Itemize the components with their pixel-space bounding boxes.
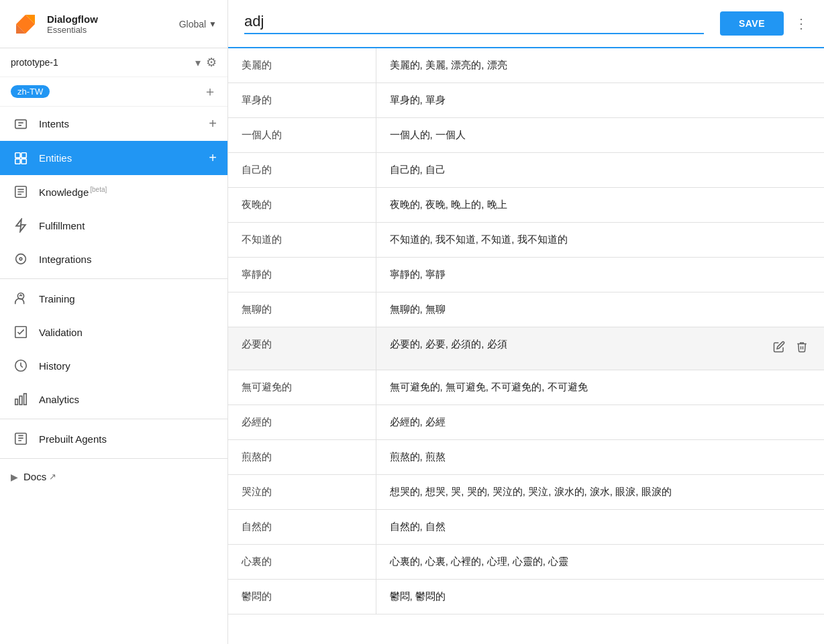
entity-synonyms: 無可避免的, 無可避免, 不可避免的, 不可避免 [376, 370, 824, 405]
entity-term: 寧靜的 [228, 258, 376, 292]
entity-synonyms: 必要的, 必要, 必須的, 必須 [376, 327, 824, 370]
prebuilt-label: Prebuilt Agents [39, 433, 217, 445]
svg-rect-5 [21, 152, 26, 157]
language-badge[interactable]: zh-TW [11, 85, 50, 98]
top-bar: SAVE ⋮ [228, 0, 824, 48]
table-row: 必經的必經的, 必經 [228, 405, 824, 440]
entities-icon [11, 151, 31, 166]
intents-icon [11, 117, 31, 131]
table-row: 鬱悶的鬱悶, 鬱悶的 [228, 580, 824, 614]
entity-term: 無可避免的 [228, 370, 376, 405]
prebuilt-icon [11, 431, 31, 446]
nav-divider-3 [0, 458, 227, 459]
entity-name-input[interactable] [244, 13, 704, 34]
validation-icon [11, 325, 31, 339]
settings-icon[interactable]: ⚙ [206, 55, 217, 70]
entity-synonyms: 無聊的, 無聊 [376, 292, 824, 327]
knowledge-icon [11, 184, 31, 199]
entity-term: 自己的 [228, 153, 376, 188]
global-selector[interactable]: Global ▼ [179, 19, 217, 30]
analytics-icon [11, 392, 31, 407]
sidebar-item-analytics[interactable]: Analytics [0, 382, 227, 416]
dialogflow-logo-icon [11, 9, 40, 39]
entity-synonyms: 想哭的, 想哭, 哭, 哭的, 哭泣的, 哭泣, 淚水的, 淚水, 眼淚, 眼淚… [376, 475, 824, 510]
add-intent-button[interactable]: + [209, 116, 217, 131]
project-dropdown-arrow[interactable]: ▾ [195, 56, 201, 69]
docs-chevron-icon: ▶ [11, 472, 18, 482]
entity-term: 必經的 [228, 405, 376, 440]
table-row: 寧靜的寧靜的, 寧靜 [228, 258, 824, 292]
entity-synonyms: 美麗的, 美麗, 漂亮的, 漂亮 [376, 48, 824, 83]
save-button[interactable]: SAVE [720, 11, 784, 36]
entities-label: Entities [39, 152, 209, 164]
nav-divider-1 [0, 278, 227, 279]
fulfillment-icon [11, 218, 31, 233]
svg-rect-3 [15, 119, 27, 128]
integrations-label: Integrations [39, 254, 217, 265]
knowledge-label: Knowledge[beta] [39, 186, 217, 198]
entity-term: 自然的 [228, 510, 376, 545]
fulfillment-label: Fulfillment [39, 220, 217, 231]
svg-rect-6 [15, 158, 20, 163]
table-row: 一個人的一個人的, 一個人 [228, 118, 824, 153]
more-options-icon[interactable]: ⋮ [794, 15, 808, 32]
sidebar-item-integrations[interactable]: Integrations [0, 242, 227, 276]
add-language-button[interactable]: ＋ [203, 83, 217, 101]
sidebar-item-knowledge[interactable]: Knowledge[beta] [0, 175, 227, 209]
entity-term: 一個人的 [228, 118, 376, 153]
entity-synonyms: 單身的, 單身 [376, 83, 824, 118]
svg-rect-15 [24, 394, 27, 405]
table-row: 單身的單身的, 單身 [228, 83, 824, 118]
sidebar-item-docs[interactable]: ▶ Docs ↗ [0, 462, 227, 492]
svg-point-9 [19, 258, 22, 260]
entity-synonyms: 必經的, 必經 [376, 405, 824, 440]
edit-icon[interactable] [770, 338, 788, 359]
delete-icon[interactable] [793, 338, 811, 359]
add-entity-button[interactable]: + [209, 150, 217, 166]
entity-synonyms: 寧靜的, 寧靜 [376, 258, 824, 292]
table-row: 自己的自己的, 自己 [228, 153, 824, 188]
validation-label: Validation [39, 327, 217, 338]
table-row: 無可避免的無可避免的, 無可避免, 不可避免的, 不可避免 [228, 370, 824, 405]
entity-synonyms: 鬱悶, 鬱悶的 [376, 580, 824, 614]
entity-synonyms: 心裏的, 心裏, 心裡的, 心理, 心靈的, 心靈 [376, 545, 824, 580]
sidebar-item-validation[interactable]: Validation [0, 315, 227, 349]
sidebar-item-entities[interactable]: Entities + [0, 141, 227, 175]
project-row: prototype-1 ▾ ⚙ [0, 48, 227, 77]
docs-label: Docs [23, 471, 46, 482]
svg-rect-13 [15, 399, 18, 405]
sidebar-item-intents[interactable]: Intents + [0, 107, 227, 141]
external-link-icon: ↗ [49, 472, 56, 482]
entity-synonyms: 自然的, 自然 [376, 510, 824, 545]
entity-term: 煎熬的 [228, 440, 376, 475]
sidebar-header: Dialogflow Essentials Global ▼ [0, 0, 227, 48]
table-row: 心裏的心裏的, 心裏, 心裡的, 心理, 心靈的, 心靈 [228, 545, 824, 580]
entity-term: 不知道的 [228, 223, 376, 258]
entity-synonyms: 煎熬的, 煎熬 [376, 440, 824, 475]
entity-term: 心裏的 [228, 545, 376, 580]
table-row: 夜晚的夜晚的, 夜晚, 晚上的, 晚上 [228, 188, 824, 223]
table-row: 哭泣的想哭的, 想哭, 哭, 哭的, 哭泣的, 哭泣, 淚水的, 淚水, 眼淚,… [228, 475, 824, 510]
sidebar-item-prebuilt[interactable]: Prebuilt Agents [0, 422, 227, 455]
history-label: History [39, 360, 217, 372]
table-row: 美麗的美麗的, 美麗, 漂亮的, 漂亮 [228, 48, 824, 83]
entity-synonyms: 夜晚的, 夜晚, 晚上的, 晚上 [376, 188, 824, 223]
svg-rect-14 [19, 396, 22, 405]
sidebar: Dialogflow Essentials Global ▼ prototype… [0, 0, 228, 644]
entity-term: 單身的 [228, 83, 376, 118]
entities-table-container: 美麗的美麗的, 美麗, 漂亮的, 漂亮單身的單身的, 單身一個人的一個人的, 一… [228, 48, 824, 644]
project-name: prototype-1 [11, 57, 195, 68]
entity-term: 必要的 [228, 327, 376, 370]
nav-divider-2 [0, 419, 227, 419]
sidebar-item-fulfillment[interactable]: Fulfillment [0, 209, 227, 242]
training-label: Training [39, 293, 217, 305]
svg-rect-16 [15, 433, 27, 445]
entity-term: 哭泣的 [228, 475, 376, 510]
entity-synonyms: 一個人的, 一個人 [376, 118, 824, 153]
table-row: 不知道的不知道的, 我不知道, 不知道, 我不知道的 [228, 223, 824, 258]
sidebar-item-training[interactable]: Training [0, 282, 227, 315]
sidebar-item-history[interactable]: History [0, 349, 227, 382]
svg-rect-4 [15, 152, 20, 157]
entity-term: 美麗的 [228, 48, 376, 83]
intents-label: Intents [39, 118, 209, 129]
